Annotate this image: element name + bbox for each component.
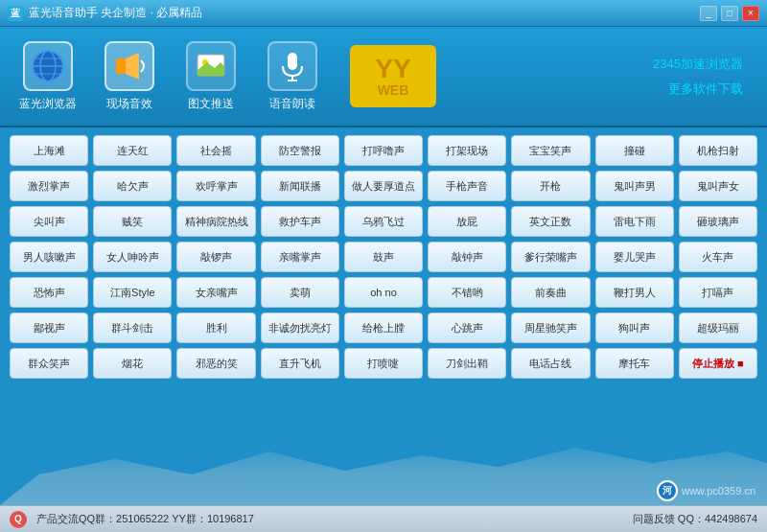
browser-link[interactable]: 2345加速浏览器 (653, 56, 743, 73)
sound-button-37[interactable]: 江南Style (93, 277, 172, 308)
sound-button-25[interactable]: 雷电下雨 (595, 206, 674, 237)
sound-button-60[interactable]: 电话占线 (511, 348, 590, 379)
logo-circle: 河 (657, 480, 678, 501)
voice-icon (267, 41, 317, 91)
app-icon: 蓝 (8, 6, 23, 21)
sound-button-36[interactable]: 恐怖声 (10, 277, 88, 308)
sound-button-21[interactable]: 救护车声 (261, 206, 339, 237)
bottom-label: 产品交流QQ群：251065222 YY群：10196817 (36, 512, 254, 526)
svg-rect-9 (288, 53, 297, 70)
sound-label: 现场音效 (106, 96, 152, 112)
sound-button-7[interactable]: 撞碰 (595, 135, 674, 166)
sound-button-6[interactable]: 宝宝笑声 (511, 135, 590, 166)
image-btn[interactable]: 图文推送 (177, 41, 244, 112)
sound-button-24[interactable]: 英文正数 (511, 206, 590, 237)
sound-button-27[interactable]: 男人咳嗽声 (10, 242, 88, 272)
sound-button-54[interactable]: 群众笑声 (10, 348, 88, 379)
sound-buttons-grid: 上海滩连天红社会摇防空警报打呼噜声打架现场宝宝笑声撞碰机枪扫射激烈掌声哈欠声欢呼… (10, 135, 757, 379)
sound-button-3[interactable]: 防空警报 (261, 135, 339, 166)
sound-button-20[interactable]: 精神病院热线 (176, 206, 255, 237)
window-controls: _ □ × (700, 6, 759, 21)
sound-icon (105, 41, 154, 91)
browser-icon (23, 41, 73, 91)
sound-button-58[interactable]: 打喷嚏 (344, 348, 423, 379)
close-button[interactable]: × (742, 6, 759, 21)
sound-button-2[interactable]: 社会摇 (176, 135, 255, 166)
sound-button-52[interactable]: 狗叫声 (595, 312, 674, 343)
image-label: 图文推送 (188, 96, 234, 112)
sound-button-28[interactable]: 女人呻吟声 (93, 242, 172, 272)
sound-button-53[interactable]: 超级玛丽 (679, 312, 757, 343)
sound-button-31[interactable]: 鼓声 (344, 242, 423, 272)
sound-button-46[interactable]: 群斗剑击 (93, 312, 172, 343)
title-bar: 蓝 蓝光语音助手 央企制造 · 必属精品 _ □ × (0, 0, 767, 27)
web-text: WEB (378, 82, 409, 98)
sound-button-42[interactable]: 前奏曲 (511, 277, 590, 308)
logo-url: www.pc0359.cn (682, 485, 755, 497)
sound-button-32[interactable]: 敲钟声 (428, 242, 506, 272)
sound-button-48[interactable]: 非诚勿扰亮灯 (261, 312, 339, 343)
sound-button-19[interactable]: 贼笑 (93, 206, 172, 237)
sound-button-47[interactable]: 胜利 (176, 312, 255, 343)
sound-button-8[interactable]: 机枪扫射 (679, 135, 757, 166)
sound-button-62[interactable]: 停止播放 ■ (679, 348, 757, 379)
sound-button-45[interactable]: 鄙视声 (10, 312, 88, 343)
sound-button-11[interactable]: 欢呼掌声 (176, 171, 255, 201)
logo-watermark: 河 www.pc0359.cn (657, 480, 755, 501)
sound-button-49[interactable]: 给枪上膛 (344, 312, 423, 343)
sound-button-17[interactable]: 鬼叫声女 (679, 171, 757, 201)
sound-button-57[interactable]: 直升飞机 (261, 348, 339, 379)
sound-button-22[interactable]: 乌鸦飞过 (344, 206, 423, 237)
sound-button-34[interactable]: 婴儿哭声 (595, 242, 674, 272)
feedback-text: 问题反馈 QQ：442498674 (633, 512, 757, 526)
sound-button-50[interactable]: 心跳声 (428, 312, 506, 343)
sound-button-13[interactable]: 做人要厚道点 (344, 171, 423, 201)
yy-text: YY (375, 56, 410, 82)
voice-btn[interactable]: 语音朗读 (259, 41, 326, 112)
header: 蓝光浏览器 现场音效 图文推送 语音朗读 YY WEB 2345加速浏览器 更多… (0, 27, 767, 127)
sound-button-14[interactable]: 手枪声音 (428, 171, 506, 201)
sound-button-15[interactable]: 开枪 (511, 171, 590, 201)
sound-button-51[interactable]: 周星驰笑声 (511, 312, 590, 343)
sound-button-61[interactable]: 摩托车 (595, 348, 674, 379)
sound-button-40[interactable]: oh no (344, 277, 423, 308)
qq-icon: Q (10, 511, 27, 528)
maximize-button[interactable]: □ (721, 6, 738, 21)
sound-button-39[interactable]: 卖萌 (261, 277, 339, 308)
bottom-bar: Q 产品交流QQ群：251065222 YY群：10196817 问题反馈 QQ… (0, 505, 767, 532)
title-text: 蓝光语音助手 央企制造 · 必属精品 (29, 5, 700, 21)
browser-btn[interactable]: 蓝光浏览器 (14, 41, 81, 112)
sound-button-9[interactable]: 激烈掌声 (10, 171, 88, 201)
sound-button-16[interactable]: 鬼叫声男 (595, 171, 674, 201)
sound-button-35[interactable]: 火车声 (679, 242, 757, 272)
sound-button-29[interactable]: 敲锣声 (176, 242, 255, 272)
sound-button-12[interactable]: 新闻联播 (261, 171, 339, 201)
main-content: 上海滩连天红社会摇防空警报打呼噜声打架现场宝宝笑声撞碰机枪扫射激烈掌声哈欠声欢呼… (0, 127, 767, 505)
sound-button-59[interactable]: 刀剑出鞘 (428, 348, 506, 379)
sound-button-23[interactable]: 放屁 (428, 206, 506, 237)
sound-btn[interactable]: 现场音效 (96, 41, 163, 112)
sound-button-5[interactable]: 打架现场 (428, 135, 506, 166)
browser-label: 蓝光浏览器 (19, 96, 77, 112)
sound-button-0[interactable]: 上海滩 (10, 135, 88, 166)
sound-button-30[interactable]: 亲嘴掌声 (261, 242, 339, 272)
sound-button-10[interactable]: 哈欠声 (93, 171, 172, 201)
minimize-button[interactable]: _ (700, 6, 717, 21)
sound-button-18[interactable]: 尖叫声 (10, 206, 88, 237)
bottom-right: 问题反馈 QQ：442498674 (633, 512, 757, 526)
sound-button-38[interactable]: 女亲嘴声 (176, 277, 255, 308)
sound-button-56[interactable]: 邪恶的笑 (176, 348, 255, 379)
software-link[interactable]: 更多软件下载 (668, 81, 743, 98)
sound-button-43[interactable]: 鞭打男人 (595, 277, 674, 308)
sound-button-55[interactable]: 烟花 (93, 348, 172, 379)
image-icon (186, 41, 236, 91)
sound-button-4[interactable]: 打呼噜声 (344, 135, 423, 166)
yy-web-logo[interactable]: YY WEB (350, 45, 436, 107)
sound-button-1[interactable]: 连天红 (93, 135, 172, 166)
sound-button-41[interactable]: 不错哟 (428, 277, 506, 308)
svg-marker-6 (126, 53, 139, 80)
sound-button-26[interactable]: 砸玻璃声 (679, 206, 757, 237)
sound-button-33[interactable]: 爹行荣嘴声 (511, 242, 590, 272)
sound-button-44[interactable]: 打嗝声 (679, 277, 757, 308)
voice-label: 语音朗读 (269, 96, 315, 112)
